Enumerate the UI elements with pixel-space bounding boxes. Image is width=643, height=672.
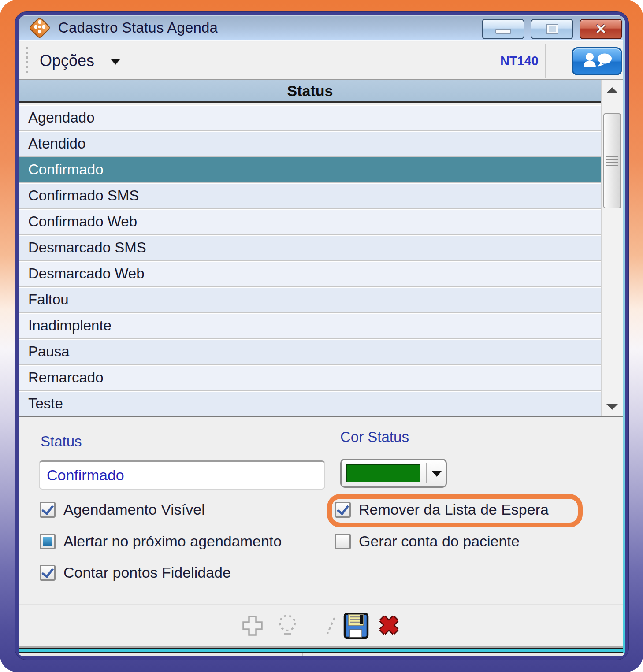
pencil-dash-icon	[324, 615, 337, 636]
save-button[interactable]	[343, 613, 369, 639]
chevron-down-icon	[432, 471, 442, 477]
options-menu-button[interactable]: Opções	[40, 52, 120, 70]
window-content: Cadastro Status Agenda ✕ Opções NT140	[19, 15, 625, 656]
close-icon: ✕	[595, 22, 607, 36]
checkbox-checked-icon	[40, 502, 56, 518]
table-header: Status	[19, 80, 601, 103]
support-chat-button[interactable]	[572, 47, 622, 75]
status-input[interactable]	[39, 460, 325, 490]
chevron-down-icon	[111, 59, 120, 65]
checkbox-label: Contar pontos Fidelidade	[63, 564, 231, 581]
table-rows: Agendado Atendido Confirmado Confirmado …	[19, 105, 601, 416]
status-table: Status Agendado Atendido Confirmado Conf…	[19, 79, 623, 417]
edit-button[interactable]	[277, 614, 297, 638]
checkbox-gerar-conta-paciente[interactable]: Gerar conta do paciente	[335, 533, 520, 550]
status-bar-panel	[303, 653, 625, 656]
cancel-button[interactable]: ✖	[379, 613, 399, 638]
table-row[interactable]: Confirmado Web	[19, 209, 601, 235]
close-button[interactable]: ✕	[580, 19, 622, 39]
combo-separator	[426, 463, 427, 483]
table-row[interactable]: Teste	[19, 391, 601, 416]
checkbox-checked-icon	[40, 565, 56, 581]
background-frame: Cadastro Status Agenda ✕ Opções NT140	[0, 0, 643, 672]
table-row[interactable]: Atendido	[19, 131, 601, 157]
status-field-label: Status	[41, 433, 82, 450]
minimize-icon	[495, 29, 511, 34]
checkbox-label: Alertar no próximo agendamento	[63, 533, 282, 550]
table-row[interactable]: Faltou	[19, 287, 601, 313]
checkbox-alertar-proximo-agendamento[interactable]: Alertar no próximo agendamento	[40, 533, 282, 550]
checkbox-label: Gerar conta do paciente	[359, 533, 520, 550]
scroll-down-button[interactable]	[602, 397, 623, 416]
table-row[interactable]: Agendado	[19, 105, 601, 131]
plus-icon	[242, 615, 263, 636]
table-row[interactable]: Desmarcado Web	[19, 261, 601, 287]
table-row[interactable]: Pausa	[19, 339, 601, 365]
table-row-selected[interactable]: Confirmado	[19, 157, 601, 183]
app-diamond-icon	[28, 15, 51, 40]
checkbox-remover-lista-espera[interactable]: Remover da Lista de Espera	[335, 501, 549, 518]
scrollbar-thumb[interactable]	[603, 113, 621, 208]
titlebar: Cadastro Status Agenda ✕	[19, 15, 625, 41]
maximize-button[interactable]	[531, 19, 573, 39]
app-window: Cadastro Status Agenda ✕ Opções NT140	[15, 12, 628, 660]
checkbox-contar-pontos-fidelidade[interactable]: Contar pontos Fidelidade	[40, 564, 231, 581]
table-row[interactable]: Confirmado SMS	[19, 183, 601, 209]
checkbox-label: Remover da Lista de Espera	[359, 501, 549, 518]
triangle-up-icon	[606, 87, 618, 93]
toolbar-separator	[545, 44, 546, 78]
toolbar: Opções NT140	[19, 42, 625, 79]
user-chat-icon	[580, 51, 614, 71]
floppy-save-icon	[343, 613, 369, 639]
table-row[interactable]: Inadimplente	[19, 313, 601, 339]
red-x-cancel-icon: ✖	[379, 613, 399, 638]
cyan-edge-line	[623, 15, 625, 653]
status-bar-panel	[19, 653, 302, 656]
table-row[interactable]: Desmarcado SMS	[19, 235, 601, 261]
color-swatch-green	[346, 464, 420, 482]
checkbox-unchecked-icon	[335, 534, 351, 549]
options-label: Opções	[40, 52, 94, 70]
checkbox-label: Agendamento Visível	[63, 501, 205, 518]
dashed-circle-icon	[277, 614, 297, 638]
version-badge: NT140	[500, 54, 539, 68]
color-dropdown[interactable]	[340, 459, 447, 488]
checkbox-filled-icon	[40, 534, 56, 549]
window-title: Cadastro Status Agenda	[58, 19, 218, 36]
triangle-down-icon	[606, 404, 618, 410]
window-controls: ✕	[482, 19, 622, 39]
toolbar-grip-icon	[26, 47, 28, 75]
checkbox-agendamento-visivel[interactable]: Agendamento Visível	[40, 501, 205, 518]
minimize-button[interactable]	[482, 19, 524, 39]
status-bar	[19, 653, 625, 656]
scroll-up-button[interactable]	[602, 80, 623, 100]
grip-icon	[606, 156, 618, 166]
checkbox-checked-icon	[335, 502, 351, 518]
cor-status-label: Cor Status	[340, 429, 409, 446]
pencil-button[interactable]	[324, 615, 337, 636]
table-row[interactable]: Remarcado	[19, 365, 601, 391]
add-button[interactable]	[242, 615, 263, 636]
scrollbar[interactable]	[601, 80, 623, 416]
action-toolbar: ✖	[19, 604, 623, 646]
maximize-icon	[546, 24, 558, 34]
